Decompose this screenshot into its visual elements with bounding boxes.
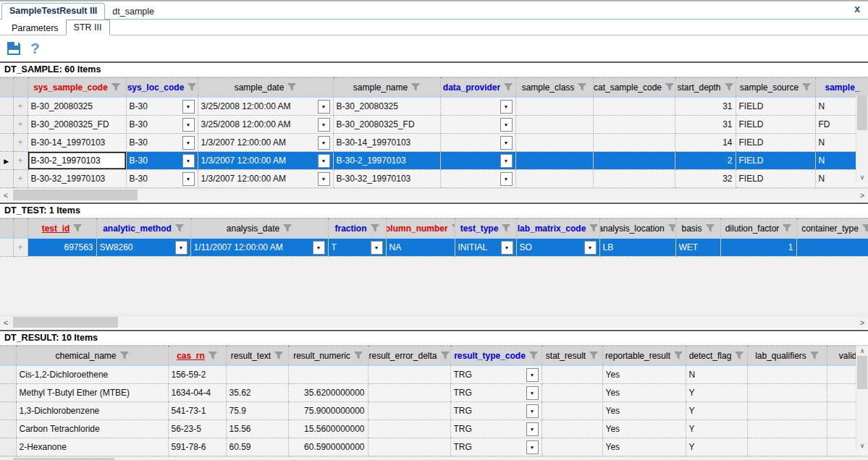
cell[interactable]: 1/3/2007 12:00:00 AM▼	[198, 152, 333, 170]
cell[interactable]	[593, 134, 675, 152]
row-expander[interactable]: +	[13, 152, 28, 170]
dropdown-button[interactable]: ▼	[175, 241, 187, 255]
column-header[interactable]: data_provider	[440, 78, 515, 98]
column-header[interactable]: basis	[675, 219, 720, 239]
cell[interactable]: FIELD	[736, 97, 815, 116]
filter-icon[interactable]	[665, 83, 674, 91]
row-expander[interactable]: +	[13, 238, 28, 257]
row-expander[interactable]: +	[13, 116, 28, 134]
filter-icon[interactable]	[502, 224, 510, 232]
scroll-right-arrow[interactable]: >	[856, 316, 868, 328]
cell[interactable]: 15.56	[226, 420, 288, 438]
horizontal-scrollbar[interactable]: <>	[0, 188, 868, 201]
cell[interactable]: 15.5600000000	[288, 420, 368, 438]
horizontal-scroll-thumb[interactable]	[13, 317, 118, 328]
dropdown-button[interactable]: ▼	[501, 241, 513, 255]
row-indicator[interactable]	[0, 134, 13, 152]
dropdown-button[interactable]: ▼	[182, 136, 195, 150]
dropdown-button[interactable]: ▼	[182, 118, 195, 132]
column-header[interactable]: detect_flag	[686, 346, 747, 366]
column-header[interactable]: lab_matrix_code	[516, 219, 599, 239]
dropdown-button[interactable]: ▼	[584, 241, 597, 255]
cell[interactable]	[515, 97, 593, 116]
cell[interactable]: Cis-1,2-Dichloroethene	[16, 365, 168, 384]
column-header[interactable]: column_number	[386, 219, 455, 239]
cell[interactable]: 75.9	[226, 402, 288, 420]
tab-sampletestresult-iii[interactable]: SampleTestResult III	[1, 3, 105, 20]
cell[interactable]	[593, 116, 675, 134]
dropdown-button[interactable]: ▼	[500, 172, 513, 186]
cell[interactable]: 3/25/2008 12:00:00 AM▼	[198, 97, 333, 116]
row-expander[interactable]: +	[13, 134, 28, 152]
cell[interactable]: 31	[675, 97, 736, 116]
cell[interactable]	[515, 170, 593, 188]
cell[interactable]: B-30_20080325	[333, 97, 440, 116]
cell[interactable]	[515, 134, 593, 152]
scroll-down-arrow[interactable]: ∨	[856, 440, 868, 451]
cell[interactable]	[593, 97, 675, 116]
row-indicator[interactable]	[0, 402, 16, 420]
cell[interactable]: B-30-32_19970103	[28, 170, 126, 188]
cell[interactable]: TRG▼	[450, 384, 542, 402]
column-header[interactable]: sys_sample_code	[28, 78, 126, 98]
cell[interactable]	[747, 384, 827, 402]
cell[interactable]	[368, 402, 450, 420]
cell[interactable]: 31	[675, 116, 736, 134]
column-header[interactable]: sample_name	[333, 78, 440, 98]
scroll-down-arrow[interactable]: ∨	[856, 172, 868, 182]
column-header[interactable]: fraction	[328, 219, 386, 239]
row-expander[interactable]: +	[13, 170, 28, 188]
filter-icon[interactable]	[706, 224, 715, 232]
cell[interactable]: Yes	[602, 402, 686, 420]
filter-icon[interactable]	[589, 224, 598, 232]
filter-icon[interactable]	[674, 352, 683, 359]
column-header[interactable]: chemical_name	[16, 346, 168, 366]
row-expander[interactable]: +	[13, 97, 28, 116]
dropdown-button[interactable]: ▼	[500, 118, 513, 132]
cell[interactable]: ▼	[440, 152, 515, 170]
cell[interactable]	[747, 420, 827, 438]
cell[interactable]: B-30-32_19970103	[333, 170, 440, 188]
cell[interactable]: 35.62	[226, 384, 288, 402]
column-header[interactable]: start_depth	[675, 78, 736, 98]
cell[interactable]: B-30_20080325	[28, 97, 126, 116]
column-header[interactable]: container_type	[796, 219, 868, 239]
cell[interactable]: ▼	[440, 97, 515, 116]
cell[interactable]: 591-78-6	[168, 438, 226, 456]
cell[interactable]	[542, 420, 602, 438]
column-header[interactable]: analysis_location	[599, 219, 675, 239]
cell[interactable]: B-30▼	[126, 170, 198, 188]
row-indicator[interactable]	[0, 365, 16, 384]
cell[interactable]: TRG▼	[450, 402, 542, 420]
cell[interactable]: Yes	[602, 420, 686, 438]
cell[interactable]: 32	[675, 170, 736, 188]
column-header[interactable]: result_text	[226, 346, 288, 366]
cell[interactable]: INITIAL▼	[455, 238, 516, 257]
cell[interactable]	[515, 152, 593, 170]
cell[interactable]: 541-73-1	[168, 402, 226, 420]
tab-parameters[interactable]: Parameters	[4, 21, 66, 35]
cell[interactable]: FIELD	[736, 134, 815, 152]
cell[interactable]	[796, 238, 868, 257]
cell[interactable]: 3/25/2008 12:00:00 AM▼	[198, 116, 333, 134]
column-header[interactable]: sample_source	[736, 78, 815, 98]
scroll-left-arrow[interactable]: <	[0, 457, 12, 460]
column-header[interactable]: test_type	[455, 219, 516, 239]
cell[interactable]: 1	[720, 238, 796, 257]
filter-icon[interactable]	[810, 352, 819, 359]
cell[interactable]	[542, 438, 602, 456]
cell[interactable]: 56-23-5	[168, 420, 226, 438]
scroll-left-arrow[interactable]: <	[0, 316, 12, 328]
cell[interactable]: 156-59-2	[168, 365, 226, 384]
cell[interactable]: B-30▼	[126, 152, 198, 170]
row-indicator[interactable]	[0, 238, 13, 257]
column-header[interactable]: stat_result	[542, 346, 602, 366]
cell[interactable]: B-30_20080325_FD	[333, 116, 440, 134]
cell[interactable]: 14	[675, 134, 736, 152]
cell[interactable]: B-30-14_19970103	[28, 134, 126, 152]
cell[interactable]: ▼	[440, 134, 515, 152]
dropdown-button[interactable]: ▼	[526, 386, 539, 400]
scroll-right-arrow[interactable]: >	[856, 457, 868, 460]
column-header[interactable]: cat_sample_code	[593, 78, 675, 98]
column-header[interactable]: sample_	[815, 78, 868, 98]
